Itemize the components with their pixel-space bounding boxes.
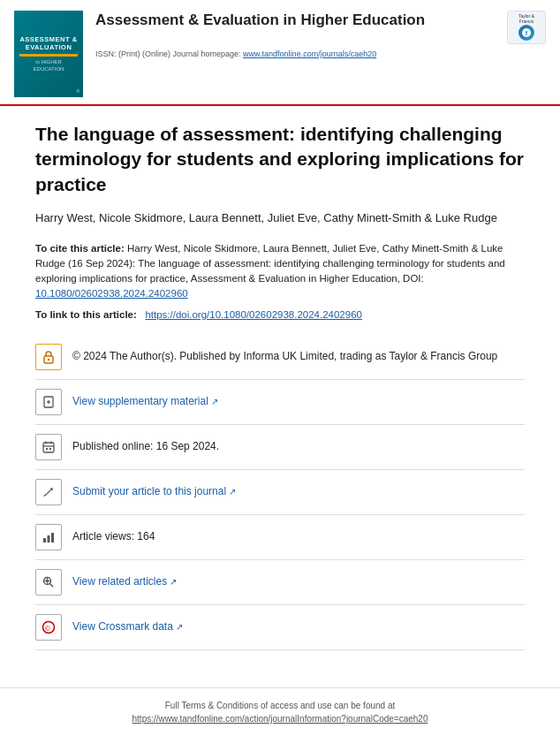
svg-point-1 [48,359,49,360]
cite-doi-link[interactable]: 10.1080/02602938.2024.2402960 [35,288,188,299]
cover-publisher-logo: R [76,88,79,94]
crossmark-text: View Crossmark data [72,614,183,634]
svg-text:©: © [45,624,50,632]
svg-rect-14 [51,533,54,543]
authors: Harry West, Nicole Skidmore, Laura Benne… [35,209,525,227]
footer-link[interactable]: https://www.tandfonline.com/action/journ… [132,714,428,724]
footer: Full Terms & Conditions of access and us… [0,687,560,736]
info-rows: © 2024 The Author(s). Published by Infor… [35,335,525,650]
header-top-row: Assessment & Evaluation in Higher Educat… [95,11,546,44]
journal-cover: ASSESSMENT &EVALUATION in HIGHEREDUCATIO… [14,11,83,97]
chart-icon [35,524,62,550]
cover-subtitle: in HIGHEREDUCATION [34,59,64,73]
crossmark-icon: © [35,614,62,641]
tf-circle-logo: f [518,25,534,41]
published-row: Published online: 16 Sep 2024. [35,425,525,470]
journal-header: ASSESSMENT &EVALUATION in HIGHEREDUCATIO… [0,0,560,106]
edit-icon [35,479,62,505]
views-text: Article views: 164 [72,524,155,544]
supplementary-text: View supplementary material [72,389,218,409]
article-title: The language of assessment: identifying … [35,122,525,197]
svg-rect-13 [48,535,50,543]
page-wrapper: ASSESSMENT &EVALUATION in HIGHEREDUCATIO… [0,0,560,736]
related-text: View related articles [72,569,177,589]
svg-rect-5 [43,443,54,452]
svg-line-11 [44,496,45,497]
published-text: Published online: 16 Sep 2024. [72,434,219,454]
lock-icon [35,344,62,370]
footer-text: Full Terms & Conditions of access and us… [18,699,542,712]
main-content: The language of assessment: identifying … [0,106,560,687]
cover-title: ASSESSMENT &EVALUATION [19,35,77,51]
submit-text: Submit your article to this journal [72,479,236,499]
cite-paragraph: To cite this article: Harry West, Nicole… [35,241,525,302]
calendar-icon [35,434,62,460]
svg-line-16 [50,583,54,587]
submit-row: Submit your article to this journal [35,470,525,515]
tf-f-letter: f [526,30,527,36]
views-row: Article views: 164 [35,515,525,560]
article-doi-link[interactable]: https://doi.org/10.1080/02602938.2024.24… [145,309,362,320]
submit-link[interactable]: Submit your article to this journal [72,485,236,497]
publisher-name-top: Taylor &Francis [518,13,534,24]
crossmark-link[interactable]: View Crossmark data [72,620,183,633]
related-row: View related articles [35,560,525,605]
cite-label: To cite this article: [35,243,125,254]
search-related-icon [35,569,62,596]
link-paragraph: To link to this article: https://doi.org… [35,307,525,322]
link-label: To link to this article: [35,309,137,320]
journal-title: Assessment & Evaluation in Higher Educat… [95,11,507,30]
svg-rect-12 [43,538,46,543]
publisher-logo: Taylor &Francis f [507,11,546,44]
open-access-row: © 2024 The Author(s). Published by Infor… [35,335,525,380]
svg-rect-10 [49,448,51,450]
issn-label: ISSN: (Print) (Online) Journal homepage: [95,49,241,58]
tf-inner: f [522,28,531,37]
supplementary-row: View supplementary material [35,380,525,425]
svg-rect-9 [46,448,48,450]
cite-section: To cite this article: Harry West, Nicole… [35,241,525,322]
cover-bar [19,54,78,57]
crossmark-row: © View Crossmark data [35,605,525,650]
open-access-text: © 2024 The Author(s). Published by Infor… [72,344,497,364]
homepage-link[interactable]: www.tandfonline.com/journals/caeh20 [243,49,376,58]
supplementary-link[interactable]: View supplementary material [72,395,218,407]
plus-icon [35,389,62,415]
issn-line: ISSN: (Print) (Online) Journal homepage:… [95,49,546,58]
related-link[interactable]: View related articles [72,575,177,588]
header-right: Assessment & Evaluation in Higher Educat… [95,11,546,58]
